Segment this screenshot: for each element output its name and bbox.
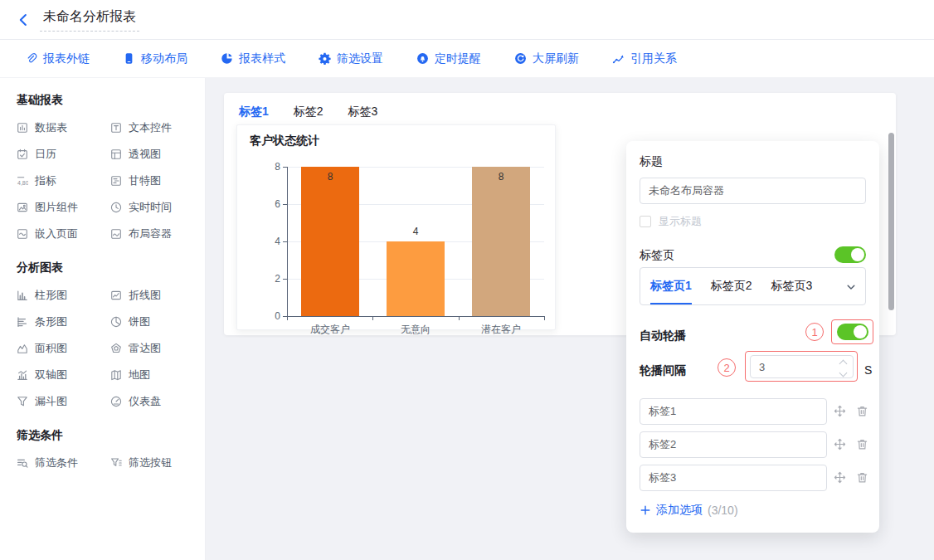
toolbar-item-reference-relation[interactable]: 引用关系 [612,51,677,66]
option-input-3[interactable] [640,465,827,491]
bar-value-label: 8 [472,171,530,183]
sidebar-item-layout-container[interactable]: 布局容器 [110,221,193,247]
chart-widget[interactable]: 客户状态统计 024688成交客户4无意向8潜在客户 [236,124,556,330]
plus-icon[interactable] [640,504,651,516]
add-option-button[interactable]: 添加选项 [656,503,703,518]
option-input-1[interactable] [640,398,827,425]
tab-page-selector: 标签页1标签页2标签页3 [640,267,866,305]
trash-icon[interactable] [856,405,868,417]
area-chart-icon [17,343,28,354]
option-row [626,465,879,491]
sidebar-item-radar-chart[interactable]: 雷达图 [110,335,193,362]
sidebar-item-bar-chart[interactable]: 条形图 [17,309,110,335]
sidebar-item-filter-button[interactable]: 筛选按钮 [110,450,193,476]
canvas-tab-1[interactable]: 标签1 [237,100,270,128]
trash-icon[interactable] [856,438,868,450]
y-axis-label: 4 [247,236,280,247]
toolbar-item-label: 报表外链 [43,51,90,66]
refresh-icon [514,52,527,65]
canvas-tab-3[interactable]: 标签3 [347,100,380,128]
widget-sidebar: 基础报表数据表文本控件日历透视图4,80指标甘特图图片组件实时时间嵌入页面布局容… [0,78,206,560]
toolbar-item-filter-settings[interactable]: 筛选设置 [319,51,383,66]
toolbar-item-report-external-link[interactable]: 报表外链 [25,51,90,66]
calendar-icon [17,149,28,160]
container-title-input[interactable] [640,178,866,204]
sidebar-item-column-chart[interactable]: 柱形图 [17,282,110,309]
annotation-circle-2: 2 [718,358,736,377]
sidebar-item-embed-page[interactable]: 嵌入页面 [17,221,110,247]
move-icon[interactable] [834,438,846,450]
x-axis-label: 成交客户 [289,323,372,337]
toolbar-item-label: 引用关系 [630,51,677,66]
embed-icon [17,228,28,240]
bar-chart-plot: 024688成交客户4无意向8潜在客户 [237,125,555,329]
y-axis-label: 2 [247,273,280,285]
sidebar-item-funnel-chart[interactable]: 漏斗图 [17,388,110,415]
relation-icon [612,52,625,65]
bar-value-label: 4 [387,226,445,237]
chart-bar [387,241,445,316]
filter-button-icon [110,457,122,469]
filter-condition-icon [17,457,28,469]
sidebar-item-dual-axis-chart[interactable]: 双轴图 [17,362,110,388]
chevron-down-icon[interactable] [845,281,857,293]
sidebar-item-gauge-chart[interactable]: 仪表盘 [110,388,193,415]
interval-stepper [750,355,854,378]
canvas-tab-2[interactable]: 标签2 [292,100,325,128]
stepper-up-icon[interactable] [839,360,848,368]
metric-icon: 4,80 [17,175,28,187]
sidebar-item-label: 双轴图 [35,368,67,382]
sidebar-item-metric[interactable]: 4,80指标 [17,168,110,194]
toolbar-item-mobile-layout[interactable]: 移动布局 [123,51,187,66]
add-option-row: 添加选项 (3/10) [640,503,738,518]
stepper-down-icon[interactable] [839,369,848,377]
line-chart-icon [110,290,122,301]
show-title-label: 显示标题 [659,214,702,229]
sidebar-item-gantt[interactable]: 甘特图 [110,168,193,194]
sidebar-item-realtime-time[interactable]: 实时时间 [110,194,193,221]
funnel-icon [17,396,28,407]
auto-carousel-toggle[interactable] [837,324,868,340]
report-title[interactable]: 未命名分析报表 [40,8,139,32]
annotation-circle-1: 1 [805,323,824,341]
sidebar-item-label: 饼图 [129,314,150,329]
sidebar-item-text-widget[interactable]: 文本控件 [110,114,193,141]
y-axis-label: 0 [247,310,280,322]
chart-bar [301,167,359,316]
tab-page-1[interactable]: 标签页1 [650,268,692,304]
carousel-interval-label: 轮播间隔 [640,363,686,378]
move-icon[interactable] [834,471,846,484]
interval-input[interactable] [751,356,838,377]
sidebar-item-label: 筛选条件 [35,455,78,470]
sidebar-item-label: 数据表 [35,120,67,135]
sidebar-item-data-table[interactable]: 数据表 [17,114,110,141]
sidebar-item-label: 雷达图 [129,341,161,356]
option-row [626,398,879,425]
sidebar-item-image-widget[interactable]: 图片组件 [17,194,110,221]
sidebar-item-pie-chart[interactable]: 饼图 [110,309,193,335]
back-button[interactable] [17,13,30,27]
sidebar-item-line-chart[interactable]: 折线图 [110,282,193,309]
sidebar-item-area-chart[interactable]: 面积图 [17,335,110,362]
toolbar-item-scheduled-reminder[interactable]: 定时提醒 [416,51,481,66]
datatable-icon [17,122,28,134]
y-axis-label: 6 [247,198,280,210]
tab-page-2[interactable]: 标签页2 [711,268,752,304]
sidebar-item-calendar[interactable]: 日历 [17,141,110,168]
sidebar-item-pivot[interactable]: 透视图 [110,141,193,168]
tab-page-3[interactable]: 标签页3 [771,268,813,304]
show-title-checkbox[interactable] [640,216,651,227]
tab-page-toggle[interactable] [834,246,866,263]
option-input-2[interactable] [640,431,827,458]
toolbar-item-report-style[interactable]: 报表样式 [221,51,285,66]
vertical-scrollbar-thumb[interactable] [888,133,894,310]
trash-icon[interactable] [856,471,868,484]
sidebar-item-label: 条形图 [35,314,67,329]
sidebar-item-map-chart[interactable]: 地图 [110,362,193,388]
toolbar-item-label: 大屏刷新 [533,51,579,66]
sidebar-item-label: 地图 [129,368,150,382]
toolbar-item-screen-refresh[interactable]: 大屏刷新 [514,51,579,66]
sidebar-item-label: 布局容器 [129,226,172,241]
sidebar-item-filter-condition[interactable]: 筛选条件 [17,450,110,476]
move-icon[interactable] [834,405,846,417]
